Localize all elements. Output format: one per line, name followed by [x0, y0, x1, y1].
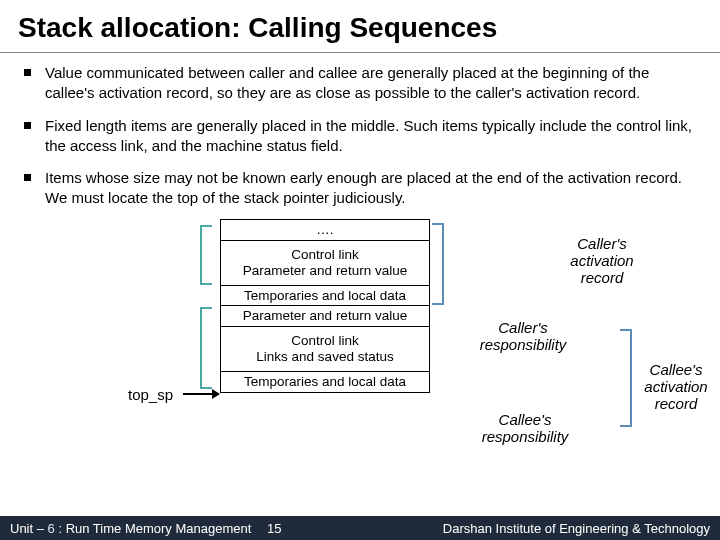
bullet-list: Value communicated between caller and ca…	[0, 53, 720, 209]
stack-cell-temp1: Temporaries and local data	[220, 285, 430, 307]
label-callee-ar: Callee's activation record	[636, 361, 716, 413]
stack-diagram: …. Control link Parameter and return val…	[0, 221, 720, 451]
unit-number: 6	[48, 521, 55, 536]
bracket-left-upper	[200, 225, 212, 285]
bracket-left-lower	[200, 307, 212, 389]
footer-unit: Unit – 6 : Run Time Memory Management	[10, 521, 251, 536]
slide-title: Stack allocation: Calling Sequences	[0, 0, 720, 53]
label-caller-ar: Caller's activation record	[562, 235, 642, 287]
stack-cell-param2: Parameter and return value	[220, 305, 430, 327]
cell-line: Links and saved status	[225, 349, 425, 365]
stack-cell-ellipsis: ….	[220, 219, 430, 241]
bullet-text: Fixed length items are generally placed …	[45, 116, 696, 157]
cell-line: Parameter and return value	[225, 263, 425, 279]
label-callee-resp: Callee's responsibility	[470, 411, 580, 446]
top-sp-label: top_sp	[128, 386, 173, 403]
label-caller-resp: Caller's responsibility	[468, 319, 578, 354]
bullet-text: Value communicated between caller and ca…	[45, 63, 696, 104]
cell-line: Control link	[225, 333, 425, 349]
stack-cell-control-param: Control link Parameter and return value	[220, 240, 430, 286]
footer-bar: Unit – 6 : Run Time Memory Management 15…	[0, 516, 720, 540]
stack-cell-temp2: Temporaries and local data	[220, 371, 430, 393]
bullet-text: Items whose size may not be known early …	[45, 168, 696, 209]
unit-prefix: Unit –	[10, 521, 48, 536]
bullet-icon	[24, 174, 31, 181]
bracket-callee-ar	[620, 329, 632, 427]
bullet-icon	[24, 69, 31, 76]
bracket-caller-ar	[432, 223, 444, 305]
cell-line: Control link	[225, 247, 425, 263]
footer-page: 15	[251, 521, 297, 536]
bullet-icon	[24, 122, 31, 129]
bullet-item: Value communicated between caller and ca…	[24, 63, 696, 104]
arrow-icon	[183, 393, 219, 395]
stack-cell-control-links: Control link Links and saved status	[220, 326, 430, 372]
stack-column: …. Control link Parameter and return val…	[220, 221, 430, 394]
bullet-item: Fixed length items are generally placed …	[24, 116, 696, 157]
bullet-item: Items whose size may not be known early …	[24, 168, 696, 209]
unit-suffix: : Run Time Memory Management	[55, 521, 252, 536]
footer-institute: Darshan Institute of Engineering & Techn…	[297, 521, 710, 536]
